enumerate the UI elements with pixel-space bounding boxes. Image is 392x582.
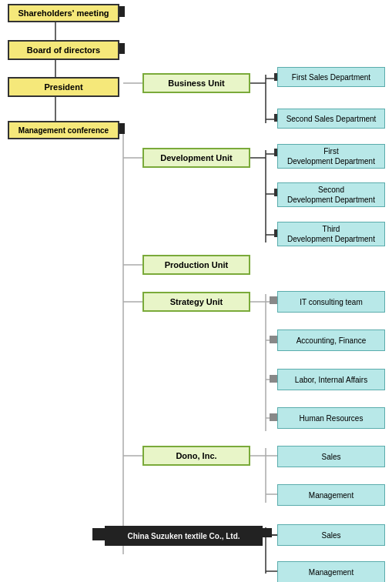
- it-consulting-node: IT consulting team: [277, 291, 385, 313]
- accounting-label: Accounting, Finance: [297, 336, 367, 345]
- second-dev-label: Second Development Department: [287, 185, 375, 205]
- president-node: President: [8, 77, 119, 97]
- accounting-node: Accounting, Finance: [277, 329, 385, 351]
- china-sales-label: Sales: [321, 531, 340, 540]
- china-management-label: Management: [309, 568, 353, 577]
- business-unit-label: Business Unit: [168, 79, 224, 88]
- human-resources-label: Human Resources: [300, 414, 364, 423]
- labor-label: Labor, Internal Affairs: [295, 376, 367, 384]
- org-chart: Shareholders' meeting Board of directors…: [0, 0, 392, 12]
- board-label: Board of directors: [27, 45, 100, 55]
- svg-rect-46: [270, 375, 277, 383]
- first-dev-node: First Development Department: [277, 144, 385, 169]
- dono-management-label: Management: [309, 491, 353, 500]
- business-unit-node: Business Unit: [142, 73, 250, 93]
- svg-rect-47: [270, 413, 277, 421]
- development-unit-label: Development Unit: [160, 153, 233, 162]
- strategy-unit-node: Strategy Unit: [142, 292, 250, 312]
- dono-sales-label: Sales: [321, 453, 340, 461]
- third-dev-label: Third Development Department: [287, 224, 375, 244]
- second-dev-node: Second Development Department: [277, 182, 385, 207]
- china-label: China Suzuken textile Co., Ltd.: [127, 532, 240, 540]
- first-sales-label: First Sales Department: [292, 73, 370, 82]
- second-sales-node: Second Sales Department: [277, 109, 385, 129]
- production-unit-label: Production Unit: [165, 260, 229, 269]
- board-node: Board of directors: [8, 40, 119, 60]
- production-unit-node: Production Unit: [142, 255, 250, 275]
- president-label: President: [44, 82, 82, 92]
- first-sales-node: First Sales Department: [277, 67, 385, 87]
- dono-label: Dono, Inc.: [176, 451, 216, 460]
- svg-rect-44: [270, 296, 277, 304]
- china-node: China Suzuken textile Co., Ltd.: [105, 526, 263, 546]
- management-node: Management conference: [8, 121, 119, 139]
- second-sales-label: Second Sales Department: [286, 115, 377, 123]
- china-management-node: Management: [277, 561, 385, 582]
- human-resources-node: Human Resources: [277, 407, 385, 429]
- dono-node: Dono, Inc.: [142, 446, 250, 466]
- china-sales-node: Sales: [277, 524, 385, 546]
- dono-management-node: Management: [277, 484, 385, 506]
- development-unit-node: Development Unit: [142, 148, 250, 168]
- shareholders-label: Shareholders' meeting: [18, 8, 109, 18]
- strategy-unit-label: Strategy Unit: [170, 297, 223, 306]
- it-consulting-label: IT consulting team: [300, 298, 363, 306]
- svg-rect-38: [263, 528, 272, 537]
- svg-rect-45: [270, 336, 277, 343]
- dono-sales-node: Sales: [277, 446, 385, 467]
- labor-node: Labor, Internal Affairs: [277, 369, 385, 390]
- third-dev-node: Third Development Department: [277, 222, 385, 246]
- management-label: Management conference: [18, 126, 109, 135]
- first-dev-label: First Development Department: [287, 146, 375, 166]
- shareholders-node: Shareholders' meeting: [8, 4, 119, 22]
- svg-rect-37: [92, 528, 105, 540]
